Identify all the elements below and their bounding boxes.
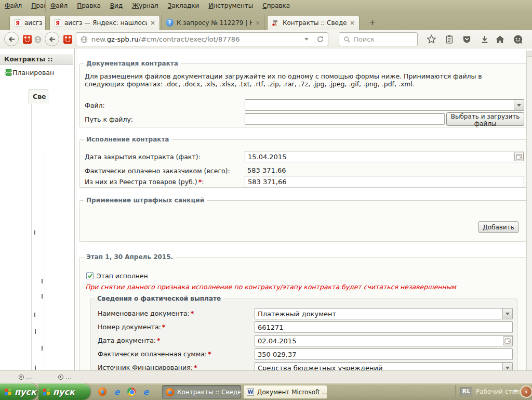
windows-flag-icon (4, 388, 12, 396)
menu-view[interactable]: Вид (105, 2, 127, 10)
select-value: Платежный документ (255, 310, 502, 318)
upload-files-button[interactable]: Выбрать и загрузить файлы (446, 112, 524, 126)
aisgz-app-icon (23, 35, 32, 44)
calendar-icon[interactable] (503, 336, 512, 345)
select-value: Средства бюджетных учреждений (255, 364, 502, 371)
bookmarks-menu-icon[interactable] (444, 34, 455, 45)
sidebar-header: Контракты :: (0, 54, 73, 65)
chevron-down-icon[interactable] (514, 100, 524, 110)
required-asterisk: * (194, 364, 197, 370)
vertical-scrollbar[interactable] (526, 50, 532, 370)
back-arrow-icon (48, 35, 56, 43)
stage-warning-text: При снятии данного признака исполнение п… (85, 283, 456, 291)
url-dropdown-icon[interactable] (304, 38, 309, 41)
tab-contracts-active[interactable]: Контракты :: Сведения об ... × (267, 15, 360, 30)
screen: ФайлПравка ФайлПравкаВидЖурналЗакладкиИн… (0, 0, 532, 400)
hello-chat-icon[interactable] (512, 34, 523, 45)
paid-amount-input[interactable] (255, 349, 513, 360)
menu-edit[interactable]: Правка (26, 2, 45, 10)
stage-completed-checkbox[interactable] (86, 272, 94, 279)
file-path-input[interactable] (245, 113, 445, 125)
back-button[interactable] (4, 32, 19, 46)
yandex-icon: Я (54, 19, 61, 27)
back-button[interactable] (45, 32, 59, 46)
taskbar-window-label: Контракты :: Сведе... (177, 389, 241, 396)
pocket-icon[interactable] (461, 34, 472, 45)
close-date-label: Дата закрытия контракта (факт): (85, 153, 201, 161)
window-edge (74, 48, 75, 370)
tab-close-icon[interactable]: × (150, 19, 155, 27)
search-input[interactable] (353, 35, 410, 43)
start-label: пуск (53, 387, 75, 397)
document-name-select[interactable]: Платежный документ (255, 308, 513, 319)
menu-file[interactable]: Файл (46, 2, 72, 10)
sidebar-item-planning[interactable]: Планирован (4, 69, 73, 76)
registry-amount-label: Из них из Реестра товаров (руб.)*: (85, 178, 204, 186)
taskbar: пуск пуск e e Контракты :: Сведе... W До… (0, 383, 532, 400)
quick-launch-ie-icon[interactable]: e (112, 387, 122, 396)
taskbar-window-label: Документ Microsoft ... (257, 389, 327, 396)
word-icon: W (247, 388, 254, 396)
menubar: ФайлПравка ФайлПравкаВидЖурналЗакладкиИн… (0, 0, 532, 11)
quick-launch-firefox-icon[interactable] (98, 387, 107, 396)
section-legend: Применение штрафных санкций (84, 197, 207, 204)
windows-flag-icon (43, 388, 50, 396)
menu-edit[interactable]: Правка (72, 2, 105, 10)
taskbar-window-contracts[interactable]: Контракты :: Сведе... (162, 385, 241, 399)
add-penalty-button[interactable]: Добавить (478, 221, 518, 233)
menu-tools[interactable]: Инструменты (204, 2, 258, 10)
downloads-icon[interactable] (479, 34, 490, 45)
reload-icon[interactable] (316, 35, 324, 43)
tab-close-icon[interactable]: × (255, 19, 260, 27)
document-date-input[interactable] (255, 335, 513, 346)
yandex-icon: Я (14, 19, 21, 27)
tab-yandex-search[interactable]: Я аисгз — Яндекс: нашлось 2... × (49, 15, 160, 30)
toolbar-expand-icon[interactable]: ‹ (520, 385, 532, 398)
contract-execution-section: Исполнение контракта Дата закрытия контр… (79, 136, 529, 188)
registry-amount-input[interactable] (245, 176, 524, 187)
aisgz-app-icon (63, 35, 72, 44)
navigation-toolbar: new.gz-spb.ru/#cm/contract/exec/lot/8778… (0, 30, 532, 48)
home-icon[interactable] (495, 34, 506, 45)
tab-aisgz-partial[interactable]: Я аисгз — (9, 15, 46, 30)
url-text: new.gz-spb.ru/#cm/contract/exec/lot/8778… (91, 35, 240, 43)
document-name-label: Наименование документа:* (98, 309, 194, 317)
status-globe-icon (19, 375, 24, 380)
back-arrow-icon (8, 35, 16, 43)
file-select[interactable] (245, 99, 524, 111)
funding-source-select[interactable]: Средства бюджетных учреждений (255, 362, 513, 370)
document-number-input[interactable] (255, 321, 513, 333)
language-indicator[interactable]: RL (460, 387, 472, 396)
url-bar[interactable]: new.gz-spb.ru/#cm/contract/exec/lot/8778… (76, 32, 328, 46)
start-button[interactable]: пуск (0, 383, 37, 400)
sidebar-tab-svedeniya[interactable]: Све (29, 89, 48, 104)
required-asterisk: * (162, 323, 166, 331)
menu-file[interactable]: Файл (0, 2, 26, 10)
quick-launch-ie-icon[interactable]: e (141, 387, 151, 396)
file-label: Файл: (85, 101, 105, 109)
tab-helpdesk[interactable]: ? К запросу № 112279 | HelpD... × (161, 15, 265, 30)
globe-icon (81, 36, 88, 43)
menubar-back-window: ФайлПравка (0, 2, 45, 10)
toolbar-overflow-chevron[interactable]: » (513, 387, 517, 394)
chevron-down-icon[interactable] (502, 308, 512, 319)
new-tab-button[interactable]: + (366, 18, 379, 28)
tabbar: Я аисгз — Я аисгз — Яндекс: нашлось 2...… (0, 11, 532, 30)
menu-history[interactable]: Журнал (127, 2, 163, 10)
bookmark-star-icon[interactable] (426, 34, 437, 45)
paid-amount-label: Фактически оплаченная сумма:* (98, 350, 211, 358)
close-date-input[interactable] (245, 151, 524, 162)
page-content: Контракты :: Планирован Све Документация… (0, 48, 532, 370)
tab-close-icon[interactable]: × (350, 19, 355, 27)
start-button[interactable]: пуск (38, 383, 90, 400)
menu-help[interactable]: Справка (258, 2, 295, 10)
status-fragment: ... (19, 373, 32, 381)
menubar-front-window: ФайлПравкаВидЖурналЗакладкиИнструментыСп… (46, 2, 529, 10)
quick-launch-chrome-icon[interactable] (127, 387, 136, 396)
section-legend: Сведения о фактической выплате (95, 295, 223, 302)
calendar-icon[interactable] (514, 152, 524, 161)
taskbar-window-word-document[interactable]: W Документ Microsoft ... (243, 385, 327, 399)
chevron-down-icon[interactable] (502, 363, 512, 370)
section-legend: Исполнение контракта (84, 136, 171, 143)
menu-bookmarks[interactable]: Закладки (163, 2, 204, 10)
